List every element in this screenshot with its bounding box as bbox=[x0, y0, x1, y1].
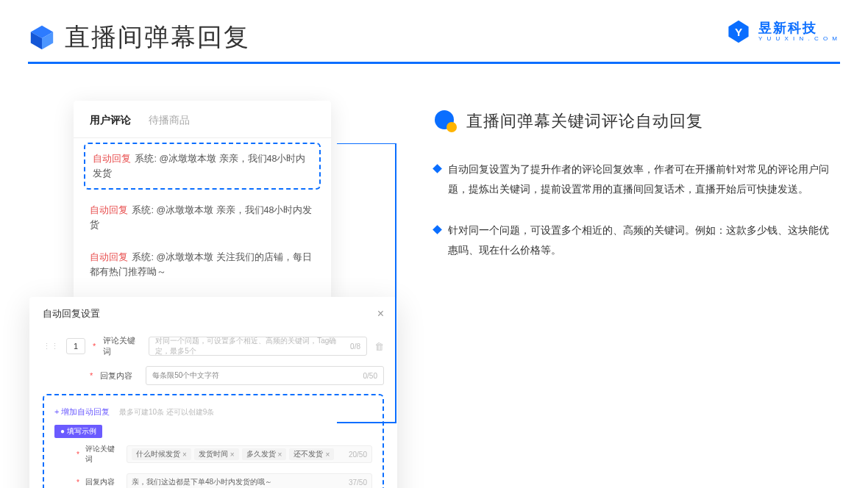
required-star: * bbox=[77, 451, 79, 459]
example-badge: ● 填写示例 bbox=[54, 425, 102, 438]
comment-item-highlighted: 自动回复 系统: @冰墩墩本墩 亲亲，我们48小时内发货 bbox=[84, 143, 321, 190]
ex-keyword-label: 评论关键词 bbox=[85, 444, 121, 464]
bullet-item: 针对同一个问题，可设置多个相近的、高频的关键词。例如：这款多少钱、这块能优惠吗、… bbox=[434, 220, 839, 259]
tag[interactable]: 多久发货× bbox=[242, 448, 287, 460]
add-auto-reply-link[interactable]: + 增加自动回复 bbox=[54, 407, 110, 416]
drag-handle-icon[interactable]: ⋮⋮ bbox=[43, 342, 59, 351]
required-star: * bbox=[93, 342, 96, 351]
auto-reply-settings-card: 自动回复设置 × ⋮⋮ 1 * 评论关键词 对同一个问题，可设置多个相近、高频的… bbox=[29, 297, 397, 488]
diamond-icon bbox=[433, 164, 442, 173]
bullet-text: 自动回复设置为了提升作者的评论回复效率，作者可在开播前针对常见的评论用户问题，提… bbox=[448, 159, 839, 198]
auto-reply-badge: 自动回复 bbox=[90, 252, 128, 262]
auto-reply-badge: 自动回复 bbox=[93, 154, 131, 164]
row-number: 1 bbox=[66, 338, 85, 354]
tag[interactable]: 还不发货× bbox=[289, 448, 334, 460]
bullet-item: 自动回复设置为了提升作者的评论回复效率，作者可在开播前针对常见的评论用户问题，提… bbox=[434, 159, 839, 198]
tab-pending-goods[interactable]: 待播商品 bbox=[149, 114, 190, 127]
ex-reply-label: 回复内容 bbox=[85, 477, 121, 487]
comments-card: 用户评论 待播商品 自动回复 系统: @冰墩墩本墩 亲亲，我们48小时内发货 自… bbox=[74, 101, 331, 301]
keyword-input[interactable]: 对同一个问题，可设置多个相近、高频的关键词，Tag确定，最多5个0/8 bbox=[149, 337, 367, 356]
settings-title: 自动回复设置 bbox=[43, 307, 100, 320]
bullet-text: 针对同一个问题，可设置多个相近的、高频的关键词。例如：这款多少钱、这块能优惠吗、… bbox=[448, 220, 839, 259]
keyword-label: 评论关键词 bbox=[103, 335, 141, 357]
reply-input[interactable]: 每条限50个中文字符0/50 bbox=[146, 366, 384, 385]
diamond-icon bbox=[433, 225, 442, 234]
tag[interactable]: 发货时间× bbox=[194, 448, 239, 460]
chat-bubble-icon bbox=[434, 110, 458, 133]
ex-reply-input[interactable]: 亲，我们这边都是下单48小时内发货的哦～ 37/50 bbox=[127, 473, 372, 488]
required-star: * bbox=[90, 371, 93, 380]
comment-item: 自动回复 系统: @冰墩墩本墩 亲亲，我们48小时内发货 bbox=[74, 194, 331, 241]
page-title: 直播间弹幕回复 bbox=[65, 21, 250, 54]
ex-tags-input[interactable]: 什么时候发货×发货时间×多久发货×还不发货× 20/50 bbox=[127, 445, 372, 463]
reply-label: 回复内容 bbox=[100, 370, 138, 381]
brand: Y 昱新科技 Y U U X I N . C O M bbox=[726, 19, 839, 44]
brand-name-cn: 昱新科技 bbox=[758, 21, 839, 35]
svg-point-5 bbox=[447, 122, 457, 132]
auto-reply-badge: 自动回复 bbox=[90, 205, 128, 215]
tag[interactable]: 什么时候发货× bbox=[132, 448, 191, 460]
tab-user-comments[interactable]: 用户评论 bbox=[90, 114, 131, 127]
required-star: * bbox=[77, 478, 79, 487]
example-box: + 增加自动回复 最多可建10条 还可以创建9条 ● 填写示例 * 评论关键词 … bbox=[43, 394, 384, 488]
comment-item: 自动回复 系统: @冰墩墩本墩 关注我们的店铺，每日都有热门推荐呦～ bbox=[74, 241, 331, 288]
cube-logo-icon bbox=[28, 24, 56, 51]
brand-icon: Y bbox=[726, 19, 751, 44]
brand-name-en: Y U U X I N . C O M bbox=[758, 36, 839, 42]
section-title: 直播间弹幕关键词评论自动回复 bbox=[466, 110, 703, 132]
delete-icon[interactable]: 🗑 bbox=[374, 341, 384, 352]
svg-text:Y: Y bbox=[735, 26, 742, 38]
add-note: 最多可建10条 还可以创建9条 bbox=[119, 408, 214, 416]
close-icon[interactable]: × bbox=[377, 307, 384, 320]
